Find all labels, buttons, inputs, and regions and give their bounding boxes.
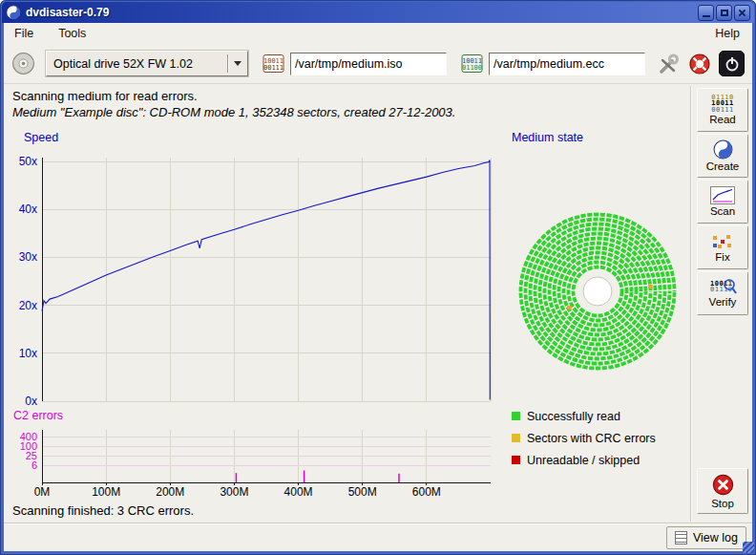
power-icon [724, 55, 741, 73]
create-button[interactable]: Create [697, 134, 748, 178]
verify-label: Verify [709, 296, 737, 308]
unreadable-color-swatch [512, 456, 520, 464]
magnifier-icon [722, 278, 737, 295]
toolbar: Optical drive 52X FW 1.02 10011 00111 10… [4, 44, 752, 84]
app-yinyang-icon[interactable] [6, 5, 21, 20]
fix-label: Fix [715, 251, 729, 263]
status-line-2: Medium "Example disc": CD-ROM mode 1, 35… [12, 104, 455, 120]
legend-label-unreadable: Unreadable / skipped [527, 454, 640, 467]
help-lifebelt-icon[interactable] [687, 52, 712, 76]
menu-help[interactable]: Help [712, 25, 743, 42]
svg-text:400: 400 [20, 431, 37, 442]
close-button[interactable] [734, 5, 750, 21]
titlebar: dvdisaster-0.79 [2, 2, 754, 23]
svg-text:30x: 30x [19, 250, 37, 264]
stop-button[interactable]: Stop [697, 468, 748, 514]
mini-chart-icon [710, 186, 735, 204]
svg-text:0M: 0M [34, 485, 51, 499]
medium-state-legend: Successfully read Sectors with CRC error… [512, 409, 656, 467]
drive-select-value: Optical drive 52X FW 1.02 [47, 57, 227, 71]
footer-bar: View log [4, 523, 752, 551]
iso-image-icon: 10011 00111 [262, 53, 284, 74]
iso-path-input[interactable] [290, 53, 447, 75]
optical-disc-icon[interactable] [11, 52, 35, 75]
stop-label: Stop [711, 498, 734, 509]
minimize-button[interactable] [698, 5, 714, 21]
scan-label: Scan [710, 205, 735, 217]
svg-text:10x: 10x [19, 347, 37, 360]
read-button[interactable]: 01110 10011 00111 Read [697, 88, 748, 132]
read-color-swatch [512, 412, 520, 420]
speed-and-c2-chart: 0M100M200M300M400M500M600M0x10x20x30x40x… [4, 128, 500, 510]
medium-state-disc [504, 208, 695, 376]
view-log-button[interactable]: View log [666, 526, 746, 549]
svg-text:100M: 100M [92, 485, 120, 499]
scan-button[interactable]: Scan [697, 180, 748, 224]
legend-item-unreadable: Unreadable / skipped [512, 453, 656, 467]
svg-text:300M: 300M [220, 485, 248, 499]
maximize-button[interactable] [716, 5, 732, 21]
svg-text:0x: 0x [25, 395, 37, 408]
svg-text:600M: 600M [412, 485, 441, 499]
ecc-path-input[interactable] [489, 53, 645, 75]
iso-icon-digits-2: 00111 [263, 64, 284, 72]
ecc-icon-digits-2: 01100 [462, 64, 482, 72]
dropdown-arrow-icon [234, 61, 242, 66]
yinyang-icon [713, 139, 733, 160]
legend-label-read: Successfully read [527, 410, 620, 423]
fix-sectors-icon [711, 233, 734, 250]
maximize-icon [721, 10, 728, 16]
scan-result-status: Scanning finished: 3 CRC errors. [12, 503, 194, 518]
resize-grip[interactable] [743, 542, 754, 553]
sidebar-separator [690, 86, 692, 522]
svg-text:100: 100 [20, 440, 37, 452]
svg-text:200M: 200M [156, 485, 184, 499]
medium-state-title: Medium state [512, 131, 583, 144]
status-line-1: Scanning medium for read errors. [12, 88, 455, 104]
preferences-wrench-icon[interactable] [656, 52, 681, 76]
create-label: Create [706, 160, 740, 172]
action-sidebar: 01110 10011 00111 Read Create [697, 88, 748, 315]
minimize-icon [703, 15, 710, 17]
stop-icon [711, 473, 735, 497]
view-log-label: View log [693, 531, 738, 544]
drive-select[interactable]: Optical drive 52X FW 1.02 [46, 51, 248, 76]
speed-chart-title: Speed [24, 131, 58, 144]
binary-digits-icon: 01110 10011 00111 [711, 95, 734, 114]
svg-text:50x: 50x [19, 155, 37, 168]
toolbar-right-group [656, 51, 745, 76]
window-controls [698, 5, 750, 21]
ecc-file-icon: 10011 01100 [461, 53, 483, 74]
menubar: File Tools Help [4, 23, 752, 44]
legend-item-read: Successfully read [512, 409, 656, 423]
crc-color-swatch [512, 434, 520, 442]
combo-separator [227, 54, 228, 73]
svg-text:500M: 500M [348, 485, 377, 499]
menu-tools[interactable]: Tools [55, 25, 89, 42]
c2-errors-title: C2 errors [13, 409, 63, 422]
verify-button[interactable]: 10011 01110 Verify [697, 271, 748, 315]
svg-text:6: 6 [32, 459, 37, 471]
verify-magnifier-icon: 10011 01110 [708, 280, 737, 295]
app-window: dvdisaster-0.79 File Tools Help Optical … [0, 0, 756, 555]
legend-item-crc: Sectors with CRC errors [512, 431, 656, 445]
window-title: dvdisaster-0.79 [26, 6, 698, 19]
svg-text:40x: 40x [19, 203, 37, 216]
read-label: Read [709, 114, 736, 125]
status-area: Scanning medium for read errors. Medium … [12, 88, 455, 120]
svg-text:20x: 20x [19, 299, 37, 312]
fix-button[interactable]: Fix [697, 225, 748, 269]
log-icon [675, 531, 687, 544]
close-icon [738, 9, 746, 17]
legend-label-crc: Sectors with CRC errors [527, 432, 656, 445]
digit-line: 00111 [711, 107, 734, 114]
svg-text:25: 25 [26, 450, 37, 461]
main-area: File Tools Help Optical drive 52X FW 1.0… [4, 23, 752, 551]
menu-file[interactable]: File [11, 25, 36, 42]
svg-text:400M: 400M [284, 485, 313, 499]
quit-button[interactable] [719, 51, 745, 76]
